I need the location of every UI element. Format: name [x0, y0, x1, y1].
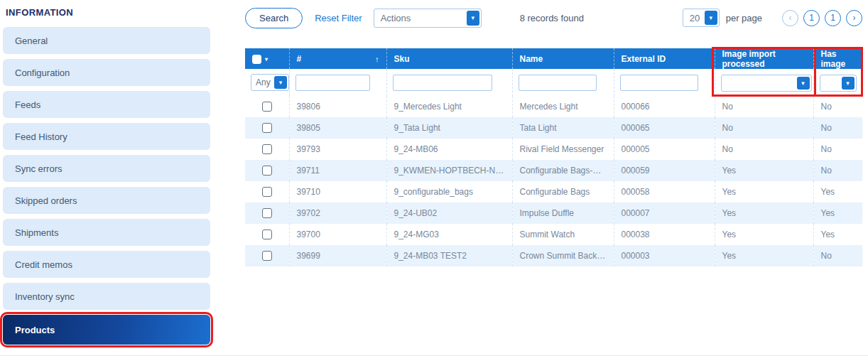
table-row: 39806 9_Mercedes Light Mercedes Light 00…	[245, 96, 862, 117]
filter-cell-id	[289, 69, 386, 96]
column-header-image-import-processed[interactable]: Image import processed	[715, 48, 813, 69]
toolbar: Search Reset Filter Actions ▾ 8 records …	[245, 0, 862, 36]
chevron-down-icon: ▾	[797, 77, 810, 90]
per-page-dropdown[interactable]: 20 ▾	[683, 9, 720, 27]
name-filter-input[interactable]	[519, 75, 597, 91]
id-filter-input[interactable]	[295, 75, 371, 91]
sidebar: INFORMATION General Configuration Feeds …	[3, 0, 210, 350]
filter-cell-select: Any ▾	[245, 69, 289, 96]
cell-image-import-processed: No	[715, 139, 813, 160]
row-checkbox[interactable]	[262, 144, 272, 154]
sidebar-item-inventory-sync[interactable]: Inventory sync	[3, 283, 210, 310]
cell-image-import-processed: Yes	[715, 160, 813, 181]
row-checkbox[interactable]	[262, 208, 272, 218]
per-page-value: 20	[683, 13, 705, 23]
row-select-cell	[245, 96, 289, 117]
cell-external-id: 000066	[614, 96, 715, 117]
column-header-select-all[interactable]: ▾	[245, 48, 289, 69]
column-header-id[interactable]: #↑	[289, 48, 386, 69]
cell-id: 39702	[289, 203, 386, 224]
pagination-page-last[interactable]: 1	[825, 10, 841, 26]
has-image-filter-dropdown[interactable]: ▾	[820, 75, 857, 92]
cell-image-import-processed: No	[715, 117, 813, 139]
sidebar-item-label: Feeds	[15, 99, 40, 110]
cell-id: 39711	[289, 160, 386, 181]
table-header-row: ▾ #↑ Sku Name External ID Image import p…	[245, 48, 862, 69]
table-filter-row: Any ▾ ▾ ▾	[245, 69, 862, 96]
column-header-name[interactable]: Name	[512, 48, 614, 69]
sidebar-item-credit-memos[interactable]: Credit memos	[3, 251, 210, 278]
column-header-has-image[interactable]: Has image	[813, 48, 862, 69]
filter-cell-has-image: ▾	[813, 69, 862, 96]
records-found-text: 8 records found	[520, 13, 584, 23]
cell-has-image: Yes	[813, 181, 862, 203]
reset-filter-link[interactable]: Reset Filter	[315, 13, 362, 23]
chevron-down-icon: ▾	[842, 77, 855, 90]
select-mode-value: Any	[251, 77, 274, 87]
column-header-external-id[interactable]: External ID	[614, 48, 715, 69]
cell-sku: 9_KWMEN-HOPTBECH-NOI-24-1	[386, 160, 512, 181]
sidebar-title: INFORMATION	[3, 0, 210, 27]
row-checkbox[interactable]	[262, 251, 272, 261]
row-checkbox[interactable]	[262, 166, 272, 176]
cell-image-import-processed: Yes	[715, 245, 813, 266]
sidebar-item-label: Inventory sync	[15, 291, 75, 302]
main-content: Search Reset Filter Actions ▾ 8 records …	[245, 0, 862, 266]
cell-name: Configurable Bags-Black	[512, 160, 614, 181]
cell-image-import-processed: Yes	[715, 203, 813, 224]
filter-cell-external-id	[614, 69, 715, 96]
pagination: ‹ 1 1 ›	[782, 10, 862, 26]
table-row: 39793 9_24-MB06 Rival Field Messenger 00…	[245, 139, 862, 160]
row-select-cell	[245, 203, 289, 224]
image-import-processed-filter-dropdown[interactable]: ▾	[721, 75, 812, 92]
row-select-cell	[245, 117, 289, 139]
cell-name: Impulse Duffle	[512, 203, 614, 224]
select-all-checkbox[interactable]	[252, 55, 261, 64]
pagination-page-current[interactable]: 1	[803, 10, 820, 26]
cell-image-import-processed: No	[715, 96, 813, 117]
cell-has-image: No	[813, 117, 862, 139]
row-checkbox[interactable]	[262, 187, 272, 197]
cell-has-image: No	[813, 96, 862, 117]
row-checkbox[interactable]	[262, 123, 272, 133]
table-row: 39699 9_24-MB03 TEST2 Crown Summit Backp…	[245, 245, 862, 266]
sidebar-item-label: Products	[15, 325, 55, 335]
sku-filter-input[interactable]	[393, 75, 493, 91]
row-checkbox[interactable]	[262, 230, 272, 239]
cell-external-id: 000065	[614, 117, 715, 139]
select-mode-dropdown[interactable]: Any ▾	[251, 74, 289, 91]
sidebar-item-feeds[interactable]: Feeds	[3, 91, 210, 118]
cell-external-id: 000005	[614, 139, 715, 160]
cell-sku: 9_24-MB06	[386, 139, 512, 160]
cell-sku: 9_configurable_bags	[386, 181, 512, 203]
cell-id: 39699	[289, 245, 386, 266]
sidebar-item-label: Skipped orders	[15, 195, 77, 206]
sidebar-item-sync-errors[interactable]: Sync errors	[3, 155, 210, 182]
sidebar-item-skipped-orders[interactable]: Skipped orders	[3, 187, 210, 214]
external-id-filter-input[interactable]	[620, 75, 698, 91]
cell-external-id: 000058	[614, 181, 715, 203]
actions-dropdown[interactable]: Actions ▾	[374, 9, 482, 28]
row-checkbox[interactable]	[262, 102, 272, 112]
cell-external-id: 000059	[614, 160, 715, 181]
sidebar-item-configuration[interactable]: Configuration	[3, 59, 210, 86]
chevron-down-icon: ▾	[265, 56, 268, 63]
filter-cell-image-import-processed: ▾	[715, 69, 813, 96]
sidebar-item-feed-history[interactable]: Feed History	[3, 123, 210, 150]
cell-name: Configurable Bags	[512, 181, 614, 203]
sidebar-item-shipments[interactable]: Shipments	[3, 219, 210, 246]
cell-has-image: Yes	[813, 224, 862, 245]
table-row: 39702 9_24-UB02 Impulse Duffle 000007 Ye…	[245, 203, 862, 224]
chevron-down-icon: ▾	[705, 11, 717, 25]
column-header-sku[interactable]: Sku	[386, 48, 512, 69]
filter-cell-sku	[386, 69, 512, 96]
table-row: 39805 9_Tata Light Tata Light 000065 No …	[245, 117, 862, 139]
pagination-prev-button[interactable]: ‹	[782, 10, 798, 26]
cell-name: Crown Summit Backpack	[512, 245, 614, 266]
cell-id: 39700	[289, 224, 386, 245]
sidebar-item-general[interactable]: General	[3, 27, 210, 54]
row-select-cell	[245, 160, 289, 181]
sidebar-item-products[interactable]: Products	[3, 315, 210, 345]
pagination-next-button[interactable]: ›	[846, 10, 862, 26]
search-button[interactable]: Search	[245, 8, 303, 28]
